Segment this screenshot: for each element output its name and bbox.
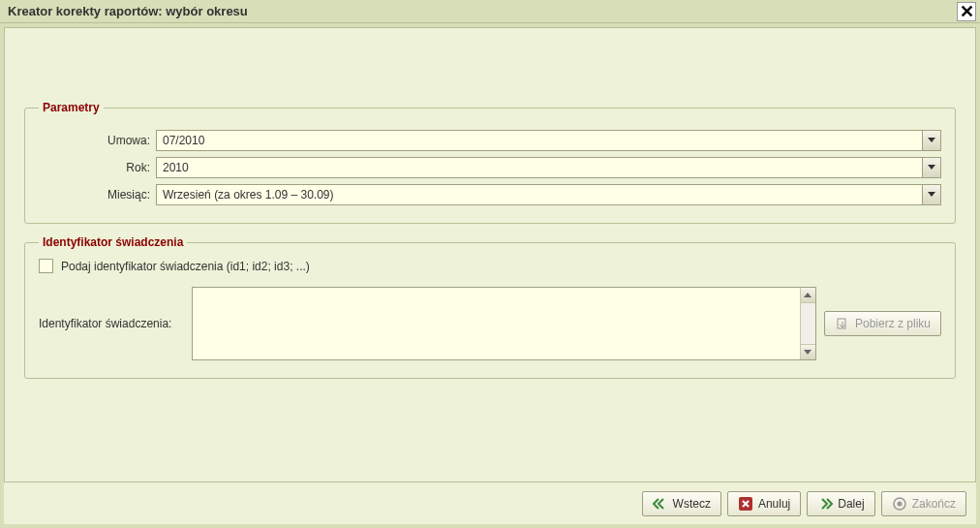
load-from-file-label: Pobierz z pliku [855,317,931,330]
chevron-down-icon [922,130,941,151]
rok-value: 2010 [156,157,922,178]
miesiac-label: Miesiąc: [39,188,150,202]
miesiac-value: Wrzesień (za okres 1.09 – 30.09) [156,184,922,205]
chevron-down-icon [922,157,941,178]
checkbox-row: Podaj identyfikator świadczenia (id1; id… [39,259,941,273]
scroll-down-icon [801,344,815,359]
finish-icon [892,496,907,512]
next-label: Dalej [838,497,864,511]
file-import-icon [835,316,850,331]
finish-label: Zakończ [912,497,956,511]
identifier-textarea[interactable] [193,288,800,359]
parameters-legend: Parametry [39,101,104,114]
cancel-button[interactable]: Anuluj [727,491,801,516]
rok-label: Rok: [39,161,150,174]
footer-buttons: Wstecz Anuluj Dalej Zakończ [4,481,976,524]
identifier-label: Identyfikator świadczenia: [39,317,184,330]
next-button[interactable]: Dalej [807,491,874,516]
miesiac-select[interactable]: Wrzesień (za okres 1.09 – 30.09) [156,184,941,205]
identifier-legend: Identyfikator świadczenia [39,235,187,249]
cancel-icon [738,496,753,512]
umowa-value: 07/2010 [156,130,922,151]
rok-select[interactable]: 2010 [156,157,941,178]
identifier-fieldset: Identyfikator świadczenia Podaj identyfi… [24,235,956,379]
svg-marker-1 [928,165,935,170]
identifier-textarea-wrap [192,287,816,360]
back-label: Wstecz [673,497,711,511]
back-button[interactable]: Wstecz [642,491,721,516]
back-icon [653,496,668,512]
window-title: Kreator korekty raportów: wybór okresu [8,4,248,18]
close-button[interactable]: ✕ [957,2,976,21]
row-rok: Rok: 2010 [39,157,941,178]
identifier-checkbox[interactable] [39,259,53,273]
close-icon: ✕ [960,3,974,20]
umowa-label: Umowa: [39,134,150,147]
content-panel: Parametry Umowa: 07/2010 Rok: 2010 Miesi… [4,27,976,484]
chevron-down-icon [922,184,941,205]
checkbox-label: Podaj identyfikator świadczenia (id1; id… [61,260,310,273]
parameters-fieldset: Parametry Umowa: 07/2010 Rok: 2010 Miesi… [24,101,956,224]
svg-point-8 [897,501,902,506]
cancel-label: Anuluj [758,497,790,511]
svg-marker-3 [804,293,812,297]
row-umowa: Umowa: 07/2010 [39,130,941,151]
finish-button[interactable]: Zakończ [881,491,966,516]
titlebar: Kreator korekty raportów: wybór okresu ✕ [0,0,980,23]
svg-marker-4 [804,350,812,355]
svg-marker-0 [928,138,935,142]
next-icon [817,496,833,512]
svg-marker-2 [928,192,935,197]
identifier-row: Identyfikator świadczenia: Pobierz z pli… [39,287,941,360]
load-from-file-button[interactable]: Pobierz z pliku [824,311,941,336]
umowa-select[interactable]: 07/2010 [156,130,941,151]
row-miesiac: Miesiąc: Wrzesień (za okres 1.09 – 30.09… [39,184,941,205]
scroll-up-icon [801,288,815,303]
textarea-scrollbar[interactable] [800,288,815,359]
